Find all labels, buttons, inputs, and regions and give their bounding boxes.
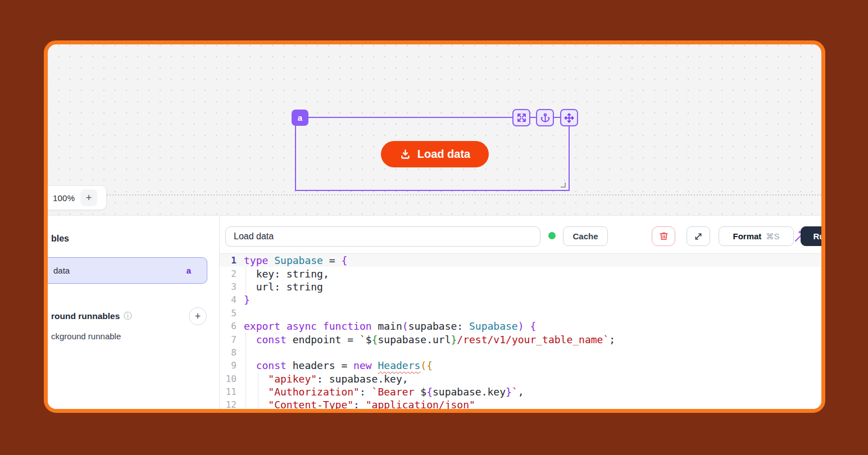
code-line[interactable]: 1type Supabase = { bbox=[220, 254, 821, 267]
maximize-icon[interactable] bbox=[512, 109, 530, 126]
zoom-in-button[interactable]: + bbox=[80, 189, 97, 206]
anchor-icon[interactable] bbox=[536, 109, 554, 126]
component-id-badge: a bbox=[292, 110, 308, 126]
zoom-level-label: 100% bbox=[53, 193, 75, 203]
info-icon: ⓘ bbox=[124, 311, 131, 321]
code-line-text: const endpoint = `${supabase.url}/rest/v… bbox=[244, 333, 615, 345]
code-line-text: key: string, bbox=[244, 267, 329, 280]
line-number: 4 bbox=[223, 294, 237, 305]
app-canvas[interactable]: a bbox=[48, 44, 821, 215]
format-shortcut: ⌘S bbox=[766, 232, 779, 241]
line-number: 11 bbox=[223, 386, 237, 397]
sidebar-item-label: data bbox=[53, 266, 70, 275]
line-number: 8 bbox=[223, 347, 237, 358]
background-runnables-title: round runnables bbox=[51, 311, 120, 321]
line-number: 1 bbox=[223, 255, 237, 266]
code-line[interactable]: 9 const headers = new Headers({ bbox=[220, 359, 821, 372]
line-number: 2 bbox=[223, 269, 237, 279]
code-line-text: "Authorization": `Bearer ${supabase.key}… bbox=[244, 385, 524, 398]
sidebar-item-badge: a bbox=[187, 266, 191, 275]
code-line-text: "Content-Type": "application/json" bbox=[244, 398, 475, 409]
code-area[interactable]: 1type Supabase = {2 key: string,3 url: s… bbox=[220, 254, 821, 409]
resize-handle[interactable] bbox=[561, 183, 566, 188]
cache-button[interactable]: Cache bbox=[563, 226, 608, 246]
line-number: 9 bbox=[223, 360, 237, 371]
code-line[interactable]: 11 "Authorization": `Bearer ${supabase.k… bbox=[220, 385, 821, 398]
code-line-text: export async function main(supabase: Sup… bbox=[244, 320, 536, 333]
sidebar-item-load-data[interactable]: data a bbox=[48, 257, 207, 284]
app-window: a bbox=[44, 40, 825, 413]
run-button[interactable]: Run bbox=[801, 226, 821, 246]
runnables-section-title: bles bbox=[51, 234, 69, 244]
add-background-runnable-button[interactable]: + bbox=[189, 307, 207, 325]
code-line-text: } bbox=[244, 293, 250, 306]
line-number: 6 bbox=[223, 321, 237, 331]
download-icon bbox=[399, 148, 411, 160]
selected-component[interactable]: a bbox=[295, 117, 570, 191]
canvas-grid-guide bbox=[107, 194, 821, 195]
format-button-label: Format bbox=[733, 231, 761, 241]
background-runnables-header: round runnables ⓘ bbox=[51, 311, 131, 321]
load-data-button-label: Load data bbox=[417, 148, 470, 161]
code-line[interactable]: 7 const endpoint = `${supabase.url}/rest… bbox=[220, 333, 821, 345]
code-line[interactable]: 12 "Content-Type": "application/json" bbox=[220, 398, 821, 409]
line-number: 5 bbox=[223, 308, 237, 319]
code-line[interactable]: 2 key: string, bbox=[220, 267, 821, 280]
line-number: 7 bbox=[223, 334, 237, 345]
code-line[interactable]: 5 bbox=[220, 307, 821, 320]
code-line[interactable]: 4} bbox=[220, 293, 821, 306]
code-line-text: const headers = new Headers({ bbox=[244, 359, 433, 372]
format-button[interactable]: Format ⌘S bbox=[719, 226, 794, 246]
background-runnable-item[interactable]: ckground runnable bbox=[51, 331, 121, 341]
code-line-text: type Supabase = { bbox=[244, 254, 347, 267]
code-line[interactable]: 10 "apikey": supabase.key, bbox=[220, 372, 821, 385]
code-line-text: url: string bbox=[244, 280, 323, 293]
runnable-name-input[interactable] bbox=[225, 226, 540, 247]
load-data-button[interactable]: Load data bbox=[381, 141, 489, 167]
line-number: 3 bbox=[223, 281, 237, 292]
desktop-background: { "colors": { "frame_orange": "#f9791d",… bbox=[0, 0, 868, 455]
expand-icon[interactable] bbox=[687, 226, 710, 246]
status-dot bbox=[548, 232, 556, 239]
code-line[interactable]: 6export async function main(supabase: Su… bbox=[220, 320, 821, 333]
line-number: 12 bbox=[223, 399, 237, 409]
move-icon[interactable] bbox=[560, 109, 578, 126]
code-line[interactable]: 8 bbox=[220, 346, 821, 359]
trash-icon[interactable] bbox=[652, 226, 675, 246]
bottom-panel: bles data a round runnables ⓘ + ckground… bbox=[48, 215, 821, 409]
zoom-control: 100% + bbox=[48, 185, 107, 210]
runnables-sidebar: bles data a round runnables ⓘ + ckground… bbox=[48, 216, 219, 409]
code-line[interactable]: 3 url: string bbox=[220, 280, 821, 293]
editor-toolbar: Cache bbox=[220, 216, 821, 253]
code-editor-panel: Cache bbox=[220, 216, 821, 409]
line-number: 10 bbox=[223, 374, 237, 384]
code-line-text: "apikey": supabase.key, bbox=[244, 372, 408, 385]
